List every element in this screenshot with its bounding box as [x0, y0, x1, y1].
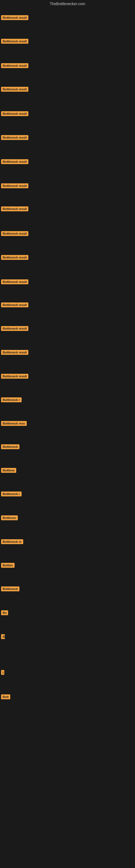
badge-21: Bottleneck r	[1, 492, 21, 497]
badge-29: Bott	[1, 694, 10, 701]
badge-24-label: Bottlen	[1, 563, 14, 568]
badge-25: Bottleneck	[1, 586, 19, 592]
badge-21-label: Bottleneck r	[1, 492, 21, 496]
badge-6: Bottleneck result	[1, 135, 28, 141]
badge-12: Bottleneck result	[1, 279, 28, 285]
badge-2-label: Bottleneck result	[1, 39, 28, 44]
badge-19-label: Bottleneck	[1, 444, 19, 449]
badge-2: Bottleneck result	[1, 39, 28, 45]
badge-23-label: Bottleneck re	[1, 539, 23, 544]
badge-10: Bottleneck result	[1, 231, 28, 237]
badge-4: Bottleneck result	[1, 87, 28, 93]
badge-29-label: Bott	[1, 694, 10, 699]
badge-26-label: Bo	[1, 610, 8, 615]
site-title: TheBottlenecker.com	[0, 0, 135, 8]
badge-15-label: Bottleneck result	[1, 350, 28, 355]
badge-22-label: Bottlenec	[1, 516, 18, 520]
badge-11-label: Bottleneck result	[1, 255, 28, 260]
badge-15: Bottleneck result	[1, 350, 28, 356]
badge-25-label: Bottleneck	[1, 586, 19, 591]
badge-23: Bottleneck re	[1, 539, 23, 545]
badge-10-label: Bottleneck result	[1, 231, 28, 236]
badge-26: Bo	[1, 610, 8, 616]
badge-9-label: Bottleneck result	[1, 207, 28, 211]
badge-8: Bottleneck result	[1, 183, 28, 189]
badge-20: Bottlene	[1, 468, 16, 474]
badge-28: |	[1, 670, 4, 676]
badge-22: Bottlenec	[1, 516, 18, 521]
badge-3-label: Bottleneck result	[1, 63, 28, 68]
badge-8-label: Bottleneck result	[1, 183, 28, 188]
badge-13: Bottleneck result	[1, 303, 28, 308]
badge-3: Bottleneck result	[1, 63, 28, 69]
badge-11: Bottleneck result	[1, 255, 28, 261]
badge-7-label: Bottleneck result	[1, 159, 28, 164]
badge-17: Bottleneck r	[1, 397, 21, 403]
badge-19: Bottleneck	[1, 444, 19, 450]
badge-7: Bottleneck result	[1, 159, 28, 165]
site-title-text: TheBottlenecker.com	[50, 2, 85, 6]
badge-18: Bottleneck resu	[1, 421, 27, 427]
badge-9: Bottleneck result	[1, 207, 28, 212]
badge-14: Bottleneck result	[1, 326, 28, 332]
badge-24: Bottlen	[1, 563, 14, 569]
badge-20-label: Bottlene	[1, 468, 16, 473]
badge-12-label: Bottleneck result	[1, 279, 28, 284]
badge-1-label: Bottleneck result	[1, 15, 28, 20]
badge-14-label: Bottleneck result	[1, 326, 28, 331]
badge-5-label: Bottleneck result	[1, 111, 28, 116]
badge-28-label: |	[1, 670, 4, 675]
badge-27: B	[1, 634, 5, 640]
badge-4-label: Bottleneck result	[1, 87, 28, 92]
badge-16-label: Bottleneck result	[1, 374, 28, 379]
badge-16: Bottleneck result	[1, 374, 28, 380]
badge-17-label: Bottleneck r	[1, 397, 21, 402]
badge-6-label: Bottleneck result	[1, 135, 28, 140]
badge-18-label: Bottleneck resu	[1, 421, 27, 426]
badge-1: Bottleneck result	[1, 15, 28, 21]
badge-13-label: Bottleneck result	[1, 303, 28, 307]
badge-5: Bottleneck result	[1, 111, 28, 117]
badge-27-label: B	[1, 634, 5, 639]
